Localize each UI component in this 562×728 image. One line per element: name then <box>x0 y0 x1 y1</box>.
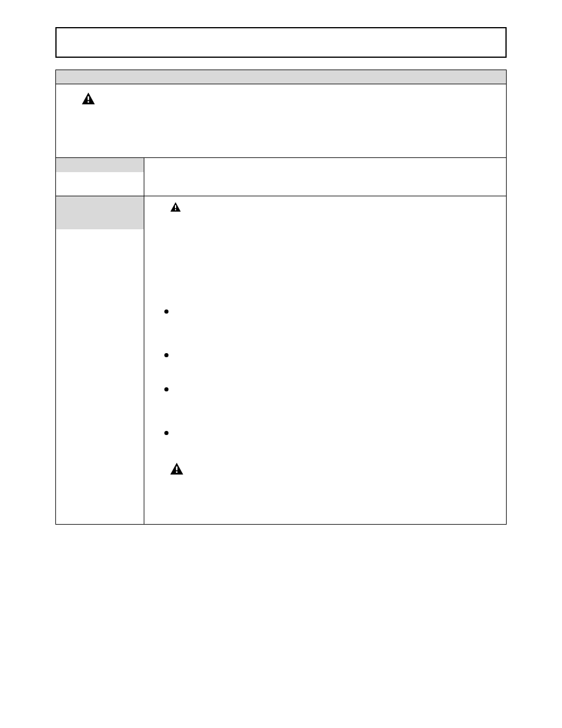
svg-rect-4 <box>176 466 178 470</box>
section-header-cell <box>56 70 507 84</box>
mid-row-left-header <box>56 158 144 172</box>
top-warning-text <box>101 93 495 146</box>
section-header-row <box>56 70 507 84</box>
mid-row <box>56 158 507 196</box>
body-row-left <box>56 196 144 525</box>
top-warning-block <box>67 93 495 146</box>
warning-triangle-icon <box>170 463 183 475</box>
page-title-box <box>55 27 507 58</box>
body-warning-b-text <box>188 463 495 504</box>
list-item <box>164 429 495 452</box>
body-warning-a-text <box>186 202 495 226</box>
mid-row-left <box>56 158 144 196</box>
warning-triangle-icon <box>82 93 95 104</box>
body-paragraph <box>153 232 495 297</box>
svg-rect-0 <box>88 96 90 100</box>
svg-rect-3 <box>175 209 176 210</box>
svg-rect-2 <box>175 205 176 208</box>
body-warning-a <box>153 202 495 226</box>
body-row-left-header <box>56 196 144 229</box>
body-row <box>56 196 507 525</box>
page <box>0 0 562 728</box>
list-item <box>164 351 495 374</box>
svg-rect-1 <box>88 101 90 103</box>
mid-row-left-blank <box>56 172 144 196</box>
body-row-right <box>144 196 507 525</box>
warning-triangle-icon <box>170 202 181 212</box>
mid-row-right <box>144 158 507 196</box>
list-item <box>164 307 495 340</box>
body-warning-b <box>153 463 495 510</box>
content-table <box>55 70 507 525</box>
top-warning-row <box>56 84 507 158</box>
svg-rect-5 <box>176 472 178 473</box>
top-warning-cell <box>56 84 507 158</box>
list-item <box>164 385 495 418</box>
body-bullets <box>153 307 495 452</box>
